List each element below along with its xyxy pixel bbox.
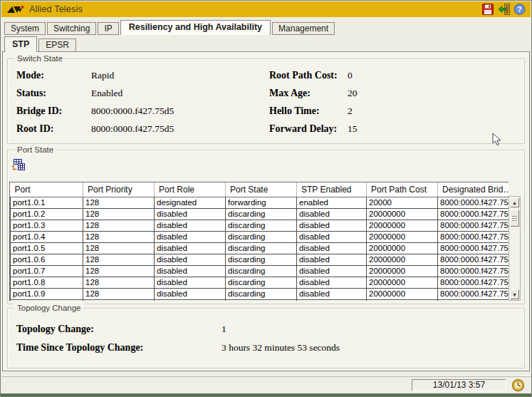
switch-state-row: Mode: Rapid Root Path Cost: 0 xyxy=(16,70,518,81)
table-row[interactable]: port1.0.9128disableddiscardingdisabled20… xyxy=(11,288,509,299)
table-row[interactable]: port1.0.7128disableddiscardingdisabled20… xyxy=(11,265,509,277)
field-value: 1 xyxy=(221,324,518,335)
table-row[interactable]: port1.0.8128disableddiscardingdisabled20… xyxy=(11,277,509,288)
cell-priority: 128 xyxy=(83,208,155,220)
clock-icon[interactable] xyxy=(511,378,525,392)
cell-priority: 128 xyxy=(83,197,155,208)
save-icon[interactable] xyxy=(482,4,494,15)
allied-telesis-logo-icon xyxy=(6,4,26,15)
cell-state: discarding xyxy=(226,242,297,254)
table-row[interactable]: port1.0.10128disableddiscardingdisabled2… xyxy=(11,299,509,301)
cell-priority: 128 xyxy=(83,288,155,299)
table-row[interactable]: port1.0.1128designatedforwardingenabled2… xyxy=(11,197,509,208)
field-label: Bridge ID: xyxy=(16,105,91,117)
status-bar: 13/01/13 3:57 xyxy=(1,377,532,393)
switch-state-legend: Switch State xyxy=(14,53,66,63)
cell-state: discarding xyxy=(226,208,297,220)
cell-port: port1.0.7 xyxy=(11,265,83,277)
cell-designated-bridge: 8000:0000.f427.75… xyxy=(438,220,509,231)
field-label: Status: xyxy=(16,88,91,99)
table-row[interactable]: port1.0.4128disableddiscardingdisabled20… xyxy=(11,231,509,242)
cell-role: disabled xyxy=(155,231,226,242)
cell-stp-enabled: disabled xyxy=(297,299,367,301)
tab-system[interactable]: System xyxy=(4,22,46,35)
cell-stp-enabled: disabled xyxy=(297,220,367,231)
cell-stp-enabled: disabled xyxy=(297,277,367,288)
col-port-priority[interactable]: Port Priority xyxy=(83,182,155,197)
cell-path-cost: 20000000 xyxy=(367,242,438,254)
table-row[interactable]: port1.0.6128disableddiscardingdisabled20… xyxy=(11,254,509,265)
table-row[interactable]: port1.0.3128disableddiscardingdisabled20… xyxy=(11,220,509,231)
cell-path-cost: 20000000 xyxy=(367,299,438,301)
brand: Allied Telesis xyxy=(6,4,83,15)
cell-role: designated xyxy=(155,197,226,208)
logout-icon[interactable] xyxy=(498,4,510,15)
cell-role: disabled xyxy=(155,277,226,288)
cell-designated-bridge: 8000:0000.f427.75… xyxy=(438,265,509,277)
field-value: Enabled xyxy=(91,88,269,99)
table-vertical-scrollbar[interactable]: ▲ ▼ xyxy=(508,196,521,301)
tab-ip[interactable]: IP xyxy=(98,22,118,35)
tab-ip-label: IP xyxy=(104,24,112,33)
field-value: 8000:0000.f427.75d5 xyxy=(91,123,269,135)
field-label: Forward Delay: xyxy=(269,123,348,135)
refresh-table-icon[interactable] xyxy=(12,159,25,171)
title-bar: Allied Telesis xyxy=(1,1,531,17)
field-value: Rapid xyxy=(91,70,269,81)
topology-row: Topology Change: 1 xyxy=(16,324,518,335)
cell-port: port1.0.6 xyxy=(11,254,83,265)
col-port-path-cost[interactable]: Port Path Cost xyxy=(367,182,438,197)
field-label: Root Path Cost: xyxy=(269,70,348,81)
tab-stp[interactable]: STP xyxy=(4,36,37,52)
col-designated-bridge[interactable]: Designated Brid… xyxy=(438,182,509,197)
tab-stp-label: STP xyxy=(12,39,29,49)
cell-priority: 128 xyxy=(83,254,155,265)
cell-designated-bridge: 8000:0000.f427.75… xyxy=(438,231,509,242)
field-value: 8000:0000.f427.75d5 xyxy=(91,105,269,117)
cell-role: disabled xyxy=(155,299,226,301)
field-label: Max Age: xyxy=(269,88,348,99)
cell-designated-bridge: 8000:0000.f427.75… xyxy=(438,277,509,288)
cell-state: discarding xyxy=(226,220,297,231)
cell-priority: 128 xyxy=(83,231,155,242)
port-table-header-row: Port Port Priority Port Role Port State … xyxy=(11,182,509,197)
stp-panel: Switch State Mode: Rapid Root Path Cost:… xyxy=(2,51,530,371)
cell-stp-enabled: disabled xyxy=(297,254,367,265)
cell-path-cost: 20000000 xyxy=(367,208,438,220)
field-value: 2 xyxy=(348,105,518,117)
tab-management[interactable]: Management xyxy=(272,22,335,35)
col-port-state[interactable]: Port State xyxy=(226,182,297,197)
cell-path-cost: 20000000 xyxy=(367,220,438,231)
cell-role: disabled xyxy=(155,288,226,299)
cell-state: discarding xyxy=(226,299,297,301)
scroll-up-button[interactable]: ▲ xyxy=(510,197,519,207)
cell-path-cost: 20000000 xyxy=(367,231,438,242)
cell-role: disabled xyxy=(155,208,226,220)
help-icon[interactable]: ? xyxy=(513,4,526,15)
col-port[interactable]: Port xyxy=(11,182,83,197)
tab-resiliency[interactable]: Resiliency and High Availability xyxy=(120,20,271,35)
col-port-role[interactable]: Port Role xyxy=(155,182,226,197)
table-row[interactable]: port1.0.2128disableddiscardingdisabled20… xyxy=(11,208,509,220)
cell-designated-bridge: 8000:0000.f427.75… xyxy=(438,197,509,208)
cell-role: disabled xyxy=(155,220,226,231)
field-value: 20 xyxy=(348,88,518,99)
scroll-thumb[interactable] xyxy=(510,210,519,227)
switch-state-row: Bridge ID: 8000:0000.f427.75d5 Hello Tim… xyxy=(16,105,518,117)
tab-switching[interactable]: Switching xyxy=(47,22,96,35)
cell-priority: 128 xyxy=(83,277,155,288)
datetime-display: 13/01/13 3:57 xyxy=(412,379,506,391)
tab-epsr[interactable]: EPSR xyxy=(38,38,76,52)
cell-stp-enabled: disabled xyxy=(297,242,367,254)
field-label: Topology Change: xyxy=(16,324,221,335)
table-row[interactable]: port1.0.5128disableddiscardingdisabled20… xyxy=(11,242,509,254)
scroll-down-button[interactable]: ▼ xyxy=(510,289,519,299)
field-value: 15 xyxy=(348,123,518,135)
cell-state: discarding xyxy=(226,231,297,242)
field-label: Hello Time: xyxy=(269,105,348,117)
cell-state: discarding xyxy=(226,265,297,277)
app-window: Allied Telesis xyxy=(0,0,532,397)
port-state-group: Port State xyxy=(7,150,525,304)
col-stp-enabled[interactable]: STP Enabled xyxy=(297,182,367,197)
brand-text: Allied Telesis xyxy=(29,4,83,14)
